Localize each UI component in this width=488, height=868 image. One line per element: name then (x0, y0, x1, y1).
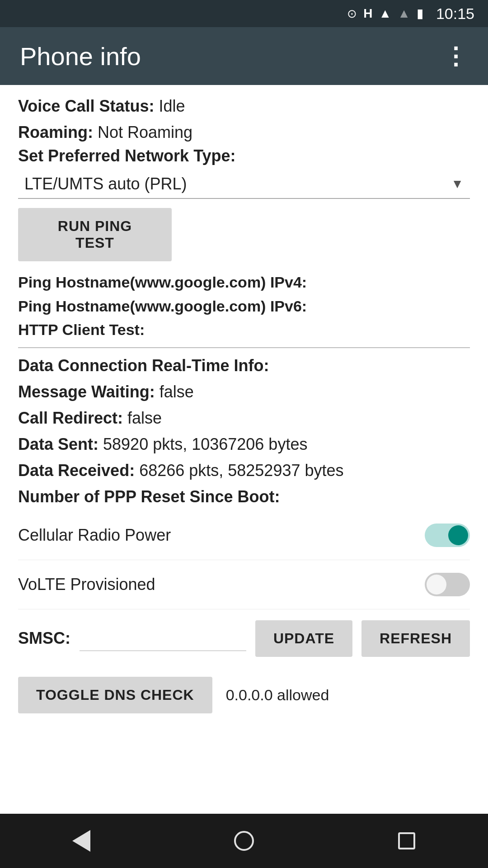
data-received-value: 68266 pkts, 58252937 bytes (139, 461, 343, 480)
roaming-value: Not Roaming (98, 123, 192, 142)
ppp-reset-label: Number of PPP Reset Since Boot: (18, 487, 280, 506)
cellular-radio-power-row: Cellular Radio Power (18, 511, 470, 560)
nav-recent-button[interactable] (384, 818, 429, 863)
ping-ipv4-row: Ping Hostname(www.google.com) IPv4: (18, 270, 470, 294)
voice-call-status-value: Idle (159, 97, 185, 115)
toggle-dns-check-button[interactable]: TOGGLE DNS CHECK (18, 677, 212, 713)
menu-button[interactable]: ⋮ (444, 42, 468, 70)
network-type-label: Set Preferred Network Type: (18, 146, 470, 165)
signal1-icon: ▲ (379, 7, 391, 20)
volte-provisioned-knob (427, 575, 446, 594)
volte-provisioned-toggle[interactable] (425, 573, 470, 596)
message-waiting-value: false (160, 382, 194, 401)
smsc-label: SMSC: (18, 629, 70, 648)
call-redirect-row: Call Redirect: false (18, 406, 470, 430)
main-content: Voice Call Status: Idle Roaming: Not Roa… (0, 85, 488, 814)
call-redirect-value: false (127, 409, 162, 427)
http-client-test-row: HTTP Client Test: (18, 318, 470, 342)
message-waiting-label: Message Waiting: (18, 382, 155, 401)
nav-bar (0, 814, 488, 868)
smsc-row: SMSC: UPDATE REFRESH (18, 609, 470, 668)
data-sent-value: 58920 pkts, 10367206 bytes (103, 435, 307, 453)
back-icon (72, 830, 90, 852)
volte-provisioned-label: VoLTE Provisioned (18, 575, 155, 594)
network-type-section: Set Preferred Network Type: LTE/UMTS aut… (18, 146, 470, 199)
smsc-update-button[interactable]: UPDATE (255, 620, 352, 657)
network-h-icon: H (363, 7, 372, 20)
network-type-dropdown[interactable]: LTE/UMTS auto (PRL) ▼ (18, 170, 470, 199)
app-bar: Phone info ⋮ (0, 27, 488, 85)
cellular-radio-power-knob (448, 525, 468, 545)
dns-status: 0.0.0.0 allowed (226, 686, 329, 704)
status-time: 10:15 (436, 5, 474, 23)
roaming-label: Roaming: (18, 123, 93, 142)
home-icon (234, 831, 254, 851)
data-sent-row: Data Sent: 58920 pkts, 10367206 bytes (18, 432, 470, 457)
nav-back-button[interactable] (59, 818, 104, 863)
status-icons: ⊙ H ▲ ▲ ▮ (347, 7, 423, 20)
network-type-value: LTE/UMTS auto (PRL) (24, 175, 451, 193)
cellular-radio-power-toggle[interactable] (425, 524, 470, 547)
ppp-reset-row: Number of PPP Reset Since Boot: (18, 485, 470, 509)
data-received-label: Data Received: (18, 461, 135, 480)
nav-home-button[interactable] (221, 818, 267, 863)
smsc-input[interactable] (80, 626, 246, 651)
ping-ipv6-row: Ping Hostname(www.google.com) IPv6: (18, 294, 470, 318)
toggle-dns-row: TOGGLE DNS CHECK 0.0.0.0 allowed (18, 668, 470, 718)
roaming-row: Roaming: Not Roaming (18, 120, 470, 145)
page-title: Phone info (20, 42, 141, 71)
recent-icon (398, 832, 415, 849)
volte-provisioned-row: VoLTE Provisioned (18, 560, 470, 609)
cellular-radio-power-label: Cellular Radio Power (18, 526, 171, 545)
status-bar: ⊙ H ▲ ▲ ▮ 10:15 (0, 0, 488, 27)
data-connection-row: Data Connection Real-Time Info: (18, 354, 470, 378)
divider-1 (18, 347, 470, 348)
voice-call-status-row: Voice Call Status: Idle (18, 94, 470, 118)
call-redirect-label: Call Redirect: (18, 409, 123, 427)
data-connection-label: Data Connection Real-Time Info: (18, 356, 269, 375)
data-sent-label: Data Sent: (18, 435, 99, 453)
battery-icon: ▮ (417, 7, 423, 20)
ping-info-section: Ping Hostname(www.google.com) IPv4: Ping… (18, 270, 470, 342)
message-waiting-row: Message Waiting: false (18, 380, 470, 404)
run-ping-section: RUN PING TEST (18, 208, 470, 261)
signal2-icon: ▲ (398, 7, 410, 20)
voice-call-status-label: Voice Call Status: (18, 97, 154, 115)
data-received-row: Data Received: 68266 pkts, 58252937 byte… (18, 458, 470, 483)
run-ping-test-button[interactable]: RUN PING TEST (18, 208, 172, 261)
dropdown-arrow-icon: ▼ (451, 177, 464, 191)
smsc-refresh-button[interactable]: REFRESH (361, 620, 470, 657)
hotspot-icon: ⊙ (347, 8, 357, 19)
